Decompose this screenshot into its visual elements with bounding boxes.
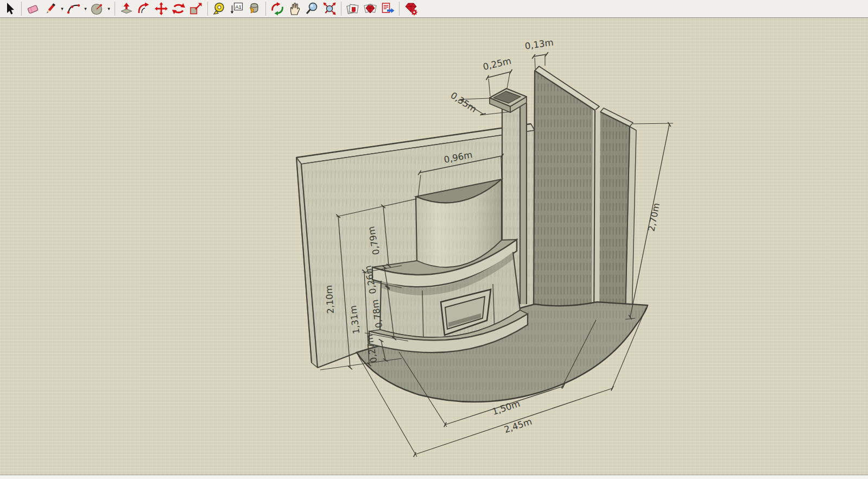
orbit-tool-button[interactable] xyxy=(269,1,286,17)
select-tool-button[interactable] xyxy=(1,1,18,17)
zoom-extents-icon xyxy=(322,2,337,16)
dimension-label: 0,13m xyxy=(524,37,554,51)
extension-pages-icon xyxy=(346,2,360,16)
arc-tool-dropdown[interactable]: ▾ xyxy=(83,1,88,17)
follow-me-tool-button[interactable] xyxy=(135,1,153,17)
move-icon xyxy=(154,2,168,16)
tape-measure-icon xyxy=(212,2,226,16)
dimension-label: 2,70m xyxy=(646,202,662,232)
circle-tool-button[interactable] xyxy=(88,1,106,17)
model-scene: 0,25m 0,13m 0,35m 0,96m xyxy=(0,18,868,475)
scale-tool-button[interactable] xyxy=(187,1,205,17)
toolbar-separator xyxy=(207,2,208,16)
text-tool-glyph: A1 xyxy=(235,4,242,10)
dimension-label: 0,35m xyxy=(449,90,479,115)
rotate-icon xyxy=(172,2,186,16)
zoom-tool-button[interactable] xyxy=(303,1,321,17)
eraser-tool-button[interactable] xyxy=(24,1,42,17)
toolbar-separator xyxy=(265,2,266,16)
pan-hand-icon xyxy=(288,2,302,16)
export-page-button[interactable] xyxy=(379,1,396,17)
line-tool-button[interactable] xyxy=(42,1,59,17)
push-pull-icon xyxy=(119,2,134,16)
two-point-arc-icon xyxy=(67,2,81,16)
extension-ruby-gem-button[interactable] xyxy=(362,1,379,17)
scale-icon xyxy=(189,2,203,16)
arc-tool-button[interactable] xyxy=(65,1,83,17)
orbit-icon xyxy=(270,2,284,16)
ruby-gem-pages-icon xyxy=(363,2,377,16)
toolbar-separator xyxy=(115,2,115,16)
drawing-canvas[interactable]: 0,25m 0,13m 0,35m 0,96m xyxy=(0,18,868,475)
move-tool-button[interactable] xyxy=(153,1,170,17)
circle-icon xyxy=(90,2,104,16)
eraser-icon xyxy=(26,2,40,16)
extension-pages-button[interactable] xyxy=(344,1,362,17)
zoom-icon xyxy=(305,2,319,16)
dimension-label: 2,10m xyxy=(324,285,336,314)
right-wall[interactable] xyxy=(534,66,636,327)
ruby-console-icon xyxy=(404,2,418,16)
tape-measure-tool-button[interactable] xyxy=(211,1,228,17)
ruby-console-button[interactable] xyxy=(402,1,420,17)
zoom-extents-tool-button[interactable] xyxy=(321,1,338,17)
paint-bucket-tool-button[interactable] xyxy=(245,1,263,17)
toolbar-separator xyxy=(341,2,341,16)
text-tool-button[interactable]: A1 xyxy=(228,1,245,17)
dimension-label: 0,25m xyxy=(482,55,512,72)
status-bar xyxy=(0,475,868,479)
pan-tool-button[interactable] xyxy=(286,1,303,17)
toolbar-separator xyxy=(21,2,22,16)
line-tool-dropdown[interactable]: ▾ xyxy=(59,1,65,17)
rotate-tool-button[interactable] xyxy=(170,1,187,17)
dimension-0-13m[interactable]: 0,13m xyxy=(524,37,554,69)
main-toolbar: ▾ ▾ ▾ A1 xyxy=(0,0,868,18)
export-page-icon xyxy=(381,2,395,16)
sketchup-window: ▾ ▾ ▾ A1 xyxy=(0,0,868,479)
paint-bucket-icon xyxy=(247,2,261,16)
push-pull-tool-button[interactable] xyxy=(118,1,135,17)
select-icon xyxy=(3,2,17,16)
dimension-label: 2,45m xyxy=(503,417,533,435)
text-tool-icon: A1 xyxy=(230,2,244,16)
line-pencil-icon xyxy=(43,2,58,16)
circle-tool-dropdown[interactable]: ▾ xyxy=(106,1,112,17)
toolbar-separator xyxy=(399,2,400,16)
follow-me-icon xyxy=(137,2,151,16)
